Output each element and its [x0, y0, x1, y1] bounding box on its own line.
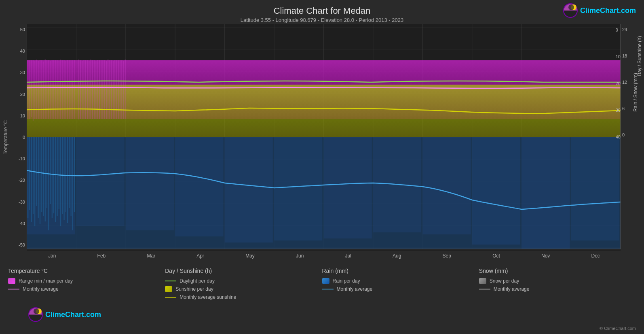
svg-rect-31	[324, 137, 372, 238]
legend-label-temp-range: Range min / max per day	[19, 278, 73, 284]
svg-rect-109	[102, 60, 103, 119]
legend-title-temperature: Temperature °C	[8, 268, 165, 274]
svg-rect-51	[52, 137, 53, 218]
y-tick-0: 0	[23, 135, 25, 140]
x-label-sep: Sep	[443, 253, 451, 259]
y-right-rain-tick-40: 40	[616, 134, 621, 139]
svg-rect-52	[53, 137, 54, 213]
x-label-jul: Jul	[345, 253, 351, 259]
svg-rect-91	[69, 60, 70, 119]
svg-rect-64	[74, 137, 75, 212]
legend-col-snow: Snow (mm) Snow per day Monthly average	[479, 268, 636, 300]
svg-rect-77	[45, 59, 46, 119]
svg-rect-38	[29, 137, 30, 210]
x-label-oct: Oct	[492, 253, 500, 259]
svg-rect-40	[33, 137, 34, 214]
y-axis-right-bottom-label: Rain / Snow (mm)	[633, 73, 638, 112]
svg-rect-104	[94, 60, 95, 119]
svg-rect-39	[31, 137, 32, 222]
svg-rect-105	[95, 61, 96, 119]
svg-rect-53	[55, 137, 56, 222]
svg-rect-112	[108, 60, 108, 119]
logo-text-top-right: ClimeChart.com	[580, 6, 636, 15]
svg-rect-44	[40, 137, 40, 224]
svg-rect-107	[99, 60, 100, 119]
y-right-tick-0top: 0	[622, 132, 625, 137]
svg-rect-61	[69, 137, 70, 208]
legend-title-snow: Snow (mm)	[479, 268, 636, 274]
svg-rect-47	[45, 137, 46, 221]
svg-rect-46	[43, 137, 44, 216]
legend-item-sunshine-avg: Monthly average sunshine	[165, 294, 322, 300]
svg-rect-100	[87, 60, 88, 119]
x-label-nov: Nov	[541, 253, 550, 259]
temp-range-swatch	[8, 278, 15, 284]
svg-rect-33	[422, 137, 471, 234]
y-tick-n10: -10	[19, 156, 25, 161]
svg-rect-114	[111, 60, 112, 119]
sunshine-swatch	[165, 286, 172, 292]
y-tick-10: 10	[20, 113, 25, 118]
svg-rect-98	[84, 60, 84, 119]
svg-rect-59	[65, 137, 66, 212]
svg-rect-75	[41, 60, 42, 119]
y-right-tick-18: 18	[622, 53, 627, 58]
svg-rect-71	[34, 61, 35, 119]
svg-rect-37	[27, 137, 28, 218]
svg-rect-63	[72, 137, 73, 230]
svg-rect-87	[62, 60, 63, 119]
svg-rect-83	[55, 60, 56, 119]
legend-item-temp-range: Range min / max per day	[8, 278, 165, 284]
svg-rect-78	[46, 60, 47, 119]
legend-col-rain: Rain (mm) Rain per day Monthly average	[322, 268, 479, 300]
svg-rect-88	[64, 60, 65, 119]
legend-item-rain: Rain per day	[322, 278, 479, 284]
svg-rect-97	[82, 61, 82, 119]
svg-rect-113	[109, 60, 110, 119]
svg-rect-84	[57, 60, 58, 119]
y-tick-20: 20	[20, 92, 25, 97]
svg-rect-28	[175, 137, 223, 236]
legend-label-rain: Rain per day	[333, 278, 360, 284]
legend-label-sunshine-avg: Monthly average sunshine	[179, 294, 236, 300]
svg-rect-111	[106, 61, 107, 119]
logo-bottom-left: ClimeChart.com	[28, 307, 101, 322]
legend-area: Temperature °C Range min / max per day M…	[0, 264, 644, 300]
svg-rect-27	[126, 137, 174, 230]
svg-rect-58	[64, 137, 65, 220]
svg-rect-72	[36, 60, 37, 119]
legend-col-temperature: Temperature °C Range min / max per day M…	[8, 268, 165, 300]
chart-svg	[27, 24, 621, 251]
svg-rect-56	[60, 137, 61, 226]
svg-rect-86	[60, 60, 61, 119]
svg-rect-90	[67, 60, 68, 119]
y-axis-left-label: Temperature °C	[3, 120, 8, 154]
svg-rect-74	[40, 60, 40, 119]
rain-swatch	[322, 278, 329, 284]
svg-rect-45	[41, 137, 42, 212]
legend-item-daylight: Daylight per day	[165, 278, 322, 284]
x-label-mar: Mar	[147, 253, 155, 259]
temp-avg-line-swatch	[8, 289, 19, 289]
legend-title-sunshine: Day / Sunshine (h)	[165, 268, 322, 274]
chart-title: Climate Chart for Medan	[0, 6, 644, 16]
legend-col-sunshine: Day / Sunshine (h) Daylight per day Suns…	[165, 268, 322, 300]
y-right-rain-tick-30: 30	[616, 108, 621, 113]
svg-rect-92	[71, 60, 72, 119]
svg-rect-95	[78, 60, 79, 119]
svg-rect-102	[91, 60, 91, 119]
y-tick-n30: -30	[19, 200, 25, 204]
svg-rect-82	[53, 60, 54, 119]
legend-label-temp-avg: Monthly average	[23, 286, 59, 292]
svg-rect-54	[57, 137, 58, 216]
x-label-apr: Apr	[196, 253, 204, 259]
svg-rect-85	[59, 61, 59, 119]
svg-rect-106	[97, 60, 98, 119]
svg-rect-43	[38, 137, 39, 218]
y-tick-50: 50	[20, 27, 25, 32]
svg-rect-60	[67, 137, 68, 223]
y-right-rain-tick-20: 20	[616, 81, 621, 86]
logo-icon-bottom	[28, 307, 43, 322]
snow-swatch	[479, 278, 486, 284]
svg-rect-26	[76, 137, 124, 226]
